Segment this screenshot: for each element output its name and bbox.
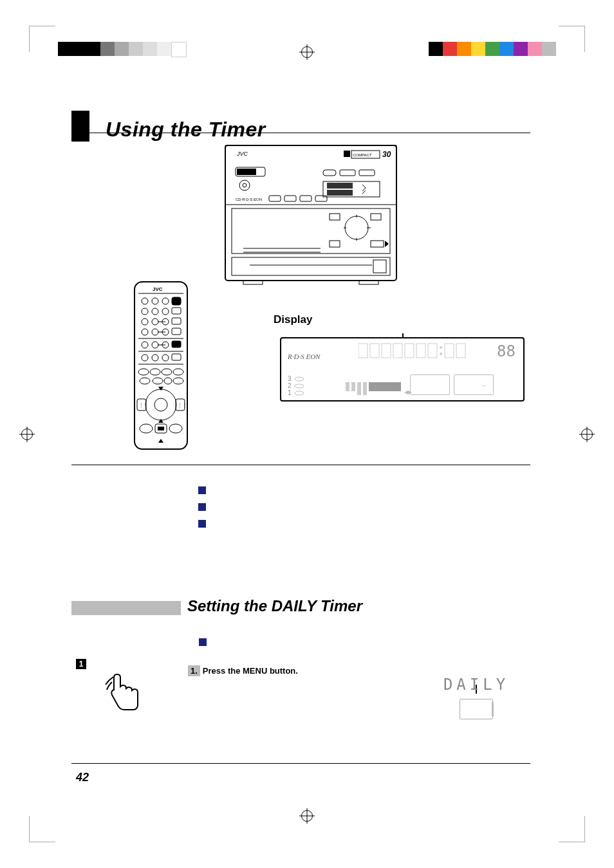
svg-rect-90 (405, 344, 414, 358)
svg-rect-9 (359, 170, 375, 176)
bullet-list (198, 486, 206, 537)
daily-indicator-text: DAILY (418, 676, 534, 694)
svg-rect-88 (382, 344, 391, 358)
svg-point-93 (440, 347, 442, 349)
hand-press-icon (103, 669, 148, 714)
section-heading-row: Setting the DAILY Timer (71, 597, 532, 615)
svg-point-73 (153, 378, 163, 384)
segment-characters (358, 342, 474, 362)
registration-mark (301, 810, 313, 822)
svg-rect-45 (172, 308, 181, 314)
svg-text:COMPACT: COMPACT (353, 153, 372, 157)
svg-rect-24 (232, 257, 390, 275)
step-instruction: 1.Press the MENU button. (188, 666, 298, 676)
svg-text:⋮⋮: ⋮⋮ (178, 403, 187, 407)
svg-point-57 (142, 342, 148, 348)
daily-indicator-figure: DAILY (418, 676, 534, 719)
svg-rect-55 (172, 328, 181, 335)
svg-point-97 (295, 377, 304, 381)
svg-point-4 (239, 180, 250, 190)
svg-point-77 (154, 398, 167, 411)
svg-rect-15 (284, 196, 296, 201)
svg-text:30: 30 (382, 150, 391, 159)
hr (71, 133, 530, 133)
crop-mark (559, 816, 585, 842)
svg-rect-0 (225, 145, 396, 281)
registration-mark (581, 429, 593, 440)
svg-text:⋮⋮: ⋮⋮ (139, 403, 148, 407)
svg-rect-23 (371, 241, 384, 247)
svg-point-85 (169, 424, 182, 433)
page-number: 42 (76, 771, 89, 784)
remote-control-illustration: JVC ⋮⋮ ⋮⋮ (132, 279, 190, 453)
svg-rect-20 (371, 214, 381, 220)
section-heading: Setting the DAILY Timer (187, 597, 362, 615)
svg-point-52 (152, 329, 158, 335)
svg-point-63 (142, 355, 148, 361)
step-list-number: 1. (188, 665, 200, 676)
svg-rect-95 (445, 344, 454, 358)
svg-point-42 (142, 308, 148, 315)
svg-point-21 (345, 216, 368, 239)
svg-point-69 (150, 369, 160, 375)
svg-rect-14 (269, 196, 281, 201)
svg-point-44 (162, 308, 169, 315)
svg-point-43 (152, 308, 158, 315)
svg-point-99 (295, 391, 304, 395)
svg-point-71 (173, 369, 183, 375)
step-text: Press the MENU button. (203, 666, 298, 676)
svg-rect-18 (232, 208, 390, 254)
svg-rect-50 (172, 318, 181, 324)
color-bar-left (58, 42, 187, 56)
svg-point-94 (440, 353, 442, 355)
lcd-display-illustration: R·D·S EON 88 3 2 1 ◀▶ → (280, 337, 525, 402)
step-number-badge: 1 (76, 659, 86, 669)
svg-rect-96 (456, 344, 465, 358)
svg-rect-16 (300, 196, 312, 201)
page-title-row: Using the Timer (71, 104, 266, 142)
bullet-square-icon (198, 486, 206, 494)
stereo-unit-illustration: JVC CD·R·D·S EON COMPACT 30 (224, 144, 398, 286)
svg-rect-87 (370, 344, 379, 358)
svg-rect-92 (428, 344, 437, 358)
level-bars: ◀▶ (346, 382, 412, 395)
svg-rect-61 (172, 341, 181, 347)
svg-point-38 (142, 298, 148, 304)
svg-point-51 (142, 329, 148, 335)
crop-mark (559, 26, 585, 52)
svg-point-98 (295, 384, 304, 388)
crop-mark (29, 26, 55, 52)
heading-ornament (71, 601, 181, 615)
svg-rect-19 (330, 214, 340, 220)
display-label: Display (274, 313, 312, 326)
registration-mark (21, 429, 33, 440)
svg-rect-86 (358, 344, 367, 358)
svg-point-47 (152, 319, 158, 325)
svg-rect-66 (172, 354, 181, 360)
svg-point-65 (162, 355, 169, 361)
bullet-square-icon (198, 520, 206, 528)
svg-rect-84 (158, 427, 164, 430)
svg-text:CD·R·D·S EON: CD·R·D·S EON (236, 198, 262, 201)
svg-point-40 (162, 298, 169, 304)
svg-point-82 (140, 424, 153, 433)
svg-rect-17 (315, 196, 327, 201)
svg-point-5 (243, 183, 247, 187)
svg-point-64 (152, 355, 158, 361)
svg-point-74 (164, 378, 172, 384)
svg-text:JVC: JVC (236, 151, 248, 157)
bullet-square-icon (199, 638, 207, 646)
svg-rect-26 (373, 260, 386, 273)
hr (71, 465, 530, 465)
svg-rect-8 (340, 170, 355, 176)
crop-mark (29, 816, 55, 842)
svg-text:JVC: JVC (153, 286, 163, 292)
svg-point-76 (145, 389, 176, 420)
svg-rect-41 (172, 297, 181, 305)
title-ornament (71, 111, 89, 142)
svg-point-39 (152, 298, 158, 304)
page-title: Using the Timer (106, 118, 266, 142)
field-outlines: → (410, 374, 494, 395)
svg-rect-12 (327, 190, 353, 196)
segment-number: 88 (497, 342, 516, 360)
